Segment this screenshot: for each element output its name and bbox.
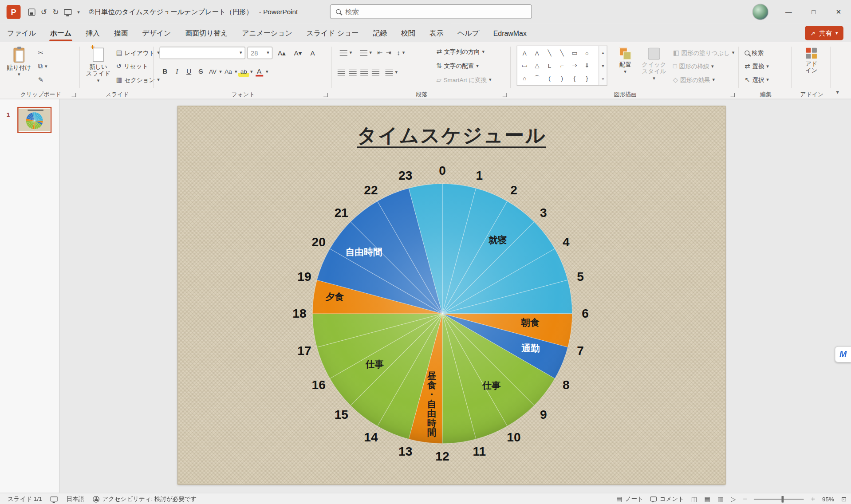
numbering-button[interactable]: ▾: [358, 47, 374, 59]
zoom-in-button[interactable]: +: [811, 495, 815, 503]
slide-canvas[interactable]: タイムスケジュール 012345678910111213141516171819…: [177, 106, 725, 485]
tab-insert[interactable]: 挿入: [79, 24, 107, 43]
search-box[interactable]: [330, 4, 532, 19]
change-case-button[interactable]: Aa: [223, 66, 233, 77]
comments-button[interactable]: コメント: [650, 495, 684, 503]
text-direction-button[interactable]: ⇄文字列の方向▾: [434, 46, 508, 58]
zoom-slider-thumb[interactable]: [781, 496, 784, 502]
shape-textbox-icon[interactable]: A: [518, 47, 531, 59]
select-button[interactable]: ↖選択▾: [742, 74, 771, 86]
reset-button[interactable]: ↺リセット: [114, 60, 150, 72]
shape-rectangle-icon[interactable]: ▭: [568, 47, 581, 59]
presenter-icon[interactable]: [64, 9, 72, 15]
replace-button[interactable]: ⇄置換▾: [742, 60, 771, 72]
clear-format-button[interactable]: A: [307, 47, 318, 58]
arrange-button[interactable]: 配置 ▾: [612, 46, 638, 87]
display-settings-button[interactable]: [51, 496, 58, 501]
drawing-dialog-launcher[interactable]: [730, 93, 735, 97]
fit-to-window-button[interactable]: ⊡: [841, 495, 847, 503]
font-size-combo[interactable]: 28▾: [248, 47, 272, 59]
tab-transitions[interactable]: 画面切り替え: [178, 24, 235, 43]
char-spacing-button[interactable]: AV: [207, 66, 218, 77]
search-input[interactable]: [345, 8, 526, 16]
schedule-pie-chart[interactable]: 01234567891011121314151617181920212223就寝…: [178, 106, 725, 484]
bullets-button[interactable]: ▾: [338, 47, 354, 59]
tab-slideshow[interactable]: スライド ショー: [299, 24, 366, 43]
align-text-button[interactable]: ⇅文字の配置▾: [434, 60, 508, 72]
minimize-button[interactable]: —: [776, 0, 801, 24]
tab-help[interactable]: ヘルプ: [450, 24, 486, 43]
close-button[interactable]: ✕: [826, 0, 851, 24]
normal-view-button[interactable]: ◫: [691, 495, 697, 503]
grow-font-button[interactable]: A▴: [275, 47, 289, 58]
shrink-font-button[interactable]: A▾: [291, 47, 305, 58]
tab-animations[interactable]: アニメーション: [235, 24, 299, 43]
shape-elbow-icon[interactable]: L: [543, 60, 556, 72]
shape-effects-button[interactable]: ◇図形の効果▾: [671, 74, 717, 86]
tab-design[interactable]: デザイン: [135, 24, 178, 43]
tab-edrawmax[interactable]: EdrawMax: [486, 24, 534, 43]
highlight-button[interactable]: ab: [238, 66, 249, 77]
shape-oval-icon[interactable]: ○: [581, 47, 593, 59]
copy-button[interactable]: ⧉▾: [36, 60, 50, 72]
shape-rounded-rect-icon[interactable]: ▭: [518, 60, 531, 72]
tab-home[interactable]: ホーム: [43, 24, 79, 43]
bold-button[interactable]: B: [160, 66, 170, 77]
notes-button[interactable]: ▤ノート: [616, 495, 643, 503]
align-right-button[interactable]: [360, 69, 368, 75]
save-icon[interactable]: [28, 8, 35, 16]
collapse-ribbon-icon[interactable]: ▾: [836, 88, 839, 95]
quick-styles-button[interactable]: クイックスタイル ▾: [640, 46, 667, 87]
reading-view-button[interactable]: ▥: [717, 495, 724, 503]
layout-button[interactable]: ▤レイアウト▾: [114, 47, 162, 59]
shape-vertical-textbox-icon[interactable]: A: [531, 47, 543, 59]
redo-icon[interactable]: ↻: [52, 8, 59, 16]
tab-view[interactable]: 表示: [422, 24, 451, 43]
char-spacing-caret-icon[interactable]: ▾: [219, 69, 222, 74]
tab-review[interactable]: 校閲: [394, 24, 422, 43]
font-color-caret-icon[interactable]: ▾: [266, 69, 268, 74]
slideshow-button[interactable]: ▷: [731, 495, 736, 503]
shape-gallery-scroll[interactable]: ▴ ▾ ▿: [599, 46, 607, 86]
line-spacing-button[interactable]: ↕▾: [395, 47, 407, 59]
shape-right-paren-icon[interactable]: ): [556, 72, 568, 84]
edrawmax-floating-button[interactable]: M: [835, 346, 851, 362]
shape-arrow-line-icon[interactable]: ╲: [556, 47, 568, 59]
tab-file[interactable]: ファイル: [0, 24, 43, 43]
gallery-more-icon[interactable]: ▿: [599, 72, 607, 85]
shape-triangle-icon[interactable]: △: [531, 60, 543, 72]
shape-arc-icon[interactable]: ⌒: [531, 72, 543, 84]
slide-thumbnail[interactable]: [17, 107, 51, 133]
outdent-button[interactable]: ⇤: [377, 49, 382, 56]
addins-button[interactable]: アドイン: [798, 46, 825, 87]
zoom-level[interactable]: 95%: [822, 496, 834, 502]
slide-sorter-view-button[interactable]: ▦: [704, 495, 710, 503]
tab-draw[interactable]: 描画: [107, 24, 135, 43]
gallery-scroll-down-icon[interactable]: ▾: [599, 59, 607, 72]
columns-button[interactable]: ▾: [383, 66, 400, 78]
justify-button[interactable]: [372, 69, 379, 75]
powerpoint-logo[interactable]: P: [7, 5, 21, 19]
smartart-convert-button[interactable]: ▱SmartArt に変換▾: [434, 74, 508, 86]
section-button[interactable]: ▥セクション▾: [114, 74, 162, 86]
maximize-button[interactable]: □: [801, 0, 826, 24]
zoom-slider[interactable]: [754, 499, 804, 500]
shape-arrow-right-icon[interactable]: ⇒: [568, 60, 581, 72]
cut-button[interactable]: ✂: [36, 47, 46, 59]
share-button[interactable]: ↗ 共有 ▾: [805, 26, 843, 40]
user-avatar[interactable]: [752, 4, 768, 20]
shape-left-paren-icon[interactable]: (: [543, 72, 556, 84]
shape-home-icon[interactable]: ⌂: [518, 72, 531, 84]
shape-fill-button[interactable]: ◧図形の塗りつぶし▾: [671, 47, 737, 59]
strikethrough-button[interactable]: S: [195, 66, 206, 77]
shape-arrow-down-icon[interactable]: ⇓: [581, 60, 593, 72]
change-case-caret-icon[interactable]: ▾: [235, 69, 237, 74]
format-painter-button[interactable]: ✎: [36, 74, 46, 86]
align-left-button[interactable]: [338, 69, 345, 75]
zoom-out-button[interactable]: −: [743, 495, 747, 503]
find-button[interactable]: 検索: [742, 47, 766, 59]
clipboard-dialog-launcher[interactable]: [71, 93, 76, 97]
font-color-button[interactable]: A: [254, 66, 264, 77]
undo-icon[interactable]: ↺: [41, 8, 47, 16]
gallery-scroll-up-icon[interactable]: ▴: [599, 46, 607, 59]
